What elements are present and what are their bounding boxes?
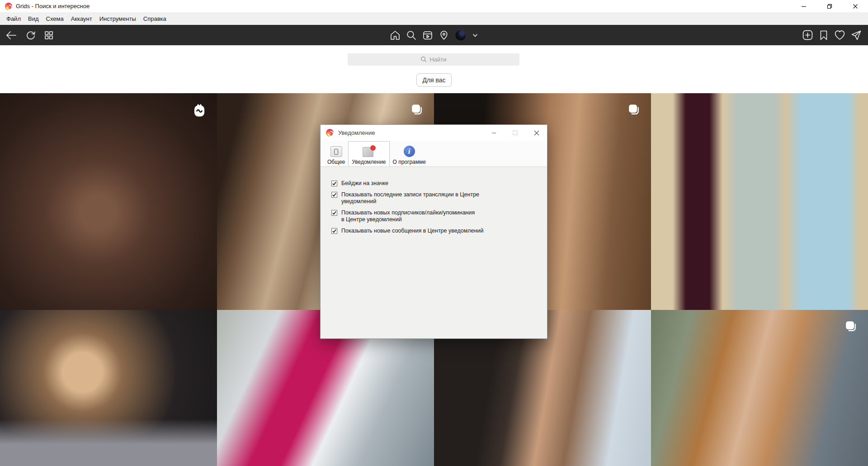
home-icon[interactable] xyxy=(390,30,401,41)
new-post-icon[interactable] xyxy=(802,29,813,41)
search-glyph-icon xyxy=(420,56,427,63)
window-title: Grids - Поиск и интересное xyxy=(16,3,90,10)
direct-icon[interactable] xyxy=(851,30,862,41)
notification-settings-dialog: Уведомление Общее Уведомление i О п xyxy=(320,124,547,339)
dialog-maximize-button-disabled xyxy=(505,125,526,141)
notification-badge-icon xyxy=(362,145,376,157)
checkbox-badges-on-icon[interactable]: Бейджи на значке xyxy=(331,180,538,187)
grids-app-icon xyxy=(326,129,334,137)
refresh-icon[interactable] xyxy=(25,30,36,41)
album-badge-icon xyxy=(627,103,640,118)
general-settings-icon xyxy=(330,146,342,157)
restore-button[interactable] xyxy=(816,0,842,12)
menu-tools[interactable]: Инструменты xyxy=(96,14,140,24)
checkbox-checked-icon[interactable] xyxy=(331,228,337,234)
profile-avatar[interactable] xyxy=(455,29,467,41)
dialog-titlebar: Уведомление xyxy=(321,125,547,141)
main-toolbar xyxy=(0,25,868,45)
photo-tile[interactable] xyxy=(651,93,868,310)
search-icon[interactable] xyxy=(406,30,417,41)
search-input[interactable]: Найти xyxy=(348,53,519,66)
bookmark-icon[interactable] xyxy=(819,30,829,41)
checkbox-show-broadcasts[interactable]: Показывать последние записи трансляции в… xyxy=(331,191,538,205)
minimize-button[interactable] xyxy=(791,0,816,12)
dialog-close-button[interactable] xyxy=(526,125,547,141)
checkbox-checked-icon[interactable] xyxy=(331,181,337,186)
about-info-icon: i xyxy=(404,146,415,157)
album-badge-icon xyxy=(844,320,857,334)
heart-icon[interactable] xyxy=(834,30,845,40)
checkbox-checked-icon[interactable] xyxy=(331,210,337,216)
dialog-content: Бейджи на значке Показывать последние за… xyxy=(321,167,547,234)
tab-general[interactable]: Общее xyxy=(324,144,348,166)
dialog-tabstrip: Общее Уведомление i О программе xyxy=(321,141,547,167)
tab-about[interactable]: i О программе xyxy=(390,143,429,166)
igtv-badge-icon xyxy=(193,103,206,119)
dialog-minimize-button[interactable] xyxy=(483,125,505,141)
red-badge-dot xyxy=(370,145,376,151)
close-button[interactable] xyxy=(842,0,868,12)
menu-bar: Файл Вид Схема Аккаунт Инструменты Справ… xyxy=(0,12,868,25)
back-icon[interactable] xyxy=(5,30,17,40)
checkbox-show-followers-likes-mentions[interactable]: Показывать новых подписчиков/лайки/упоми… xyxy=(331,209,538,223)
menu-view[interactable]: Вид xyxy=(24,14,42,24)
window-titlebar: Grids - Поиск и интересное xyxy=(0,0,868,12)
menu-file[interactable]: Файл xyxy=(3,14,24,24)
dialog-title: Уведомление xyxy=(338,129,375,136)
checkbox-checked-icon[interactable] xyxy=(331,192,337,198)
menu-help[interactable]: Справка xyxy=(140,14,170,24)
photo-tile[interactable] xyxy=(651,310,868,466)
tab-notification[interactable]: Уведомление xyxy=(348,141,389,166)
menu-scheme[interactable]: Схема xyxy=(42,14,67,24)
location-icon[interactable] xyxy=(439,30,449,41)
grids-app-icon xyxy=(5,3,12,10)
for-you-button[interactable]: Для вас xyxy=(416,73,452,87)
menu-account[interactable]: Аккаунт xyxy=(67,14,96,24)
checkbox-show-new-messages[interactable]: Показывать новые сообщения в Центре увед… xyxy=(331,228,538,234)
photo-tile[interactable] xyxy=(0,93,217,310)
igtv-icon[interactable] xyxy=(422,30,433,41)
chevron-down-icon[interactable] xyxy=(472,32,478,38)
album-badge-icon xyxy=(410,103,423,118)
search-placeholder: Найти xyxy=(429,56,446,63)
grid-view-icon[interactable] xyxy=(44,31,53,40)
photo-tile[interactable] xyxy=(0,310,217,466)
